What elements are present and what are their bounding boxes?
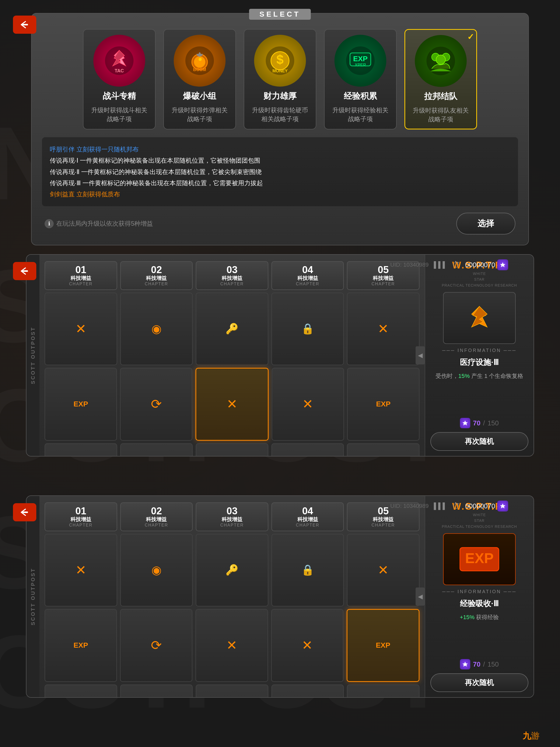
card-desc-money: 升级时获得齿轮硬币相关战略子项 — [249, 106, 311, 123]
skill-cell-3-1-1[interactable]: ✕ — [45, 534, 117, 607]
skill-cell-2-2-2[interactable]: ⟳ — [120, 368, 192, 441]
svg-text:$: $ — [276, 52, 284, 67]
skill-cell-3-3-4[interactable]: ⟳ — [271, 685, 344, 698]
cost-icon-2 — [460, 418, 470, 428]
currency-amount-2: 00000070 — [465, 261, 495, 269]
card-money[interactable]: $ MONEY 财力雄厚 升级时获得齿轮硬币相关战略子项 — [244, 29, 316, 129]
cost-row-2: 70 / 150 — [460, 418, 499, 428]
currency-icon-2 — [497, 259, 508, 270]
skill-cell-3-2-4[interactable]: ✕ — [271, 609, 344, 682]
skill-cell-3-1-3[interactable]: 🔑 — [196, 534, 268, 607]
select-button[interactable]: 选择 — [456, 213, 515, 234]
skill-cell-3-1-5[interactable]: ✕ — [347, 534, 420, 607]
reroll-button-2[interactable]: 再次随机 — [430, 432, 528, 451]
panel1-bottom-bar: ℹ 在玩法局内升级以依次获得5种增益 选择 — [42, 213, 518, 234]
skill-cell-3-3-2[interactable]: ⟳ — [120, 685, 193, 698]
skill-cell-2-2-1[interactable]: EXP — [45, 368, 117, 441]
svg-text:TAC: TAC — [114, 68, 124, 73]
grid-area-2: 01 科技增益 CHAPTER 02 科技增益 CHAPTER 03 科技增益 … — [39, 255, 425, 456]
skill-cell-3-2-3[interactable]: ✕ — [195, 609, 268, 682]
svg-marker-21 — [500, 262, 505, 267]
svg-rect-23 — [21, 270, 28, 272]
card-icon-combat: TAC — [93, 35, 145, 87]
card-desc-exp: 升级时获得经验相关战略子项 — [330, 106, 391, 123]
card-name-exp: 经验积累 — [344, 91, 377, 102]
skill-cell-3-3-1[interactable]: ✕ — [45, 685, 117, 698]
card-combat[interactable]: TAC 战斗专精 升级时获得战斗相关战略子项 — [83, 29, 156, 129]
skill-row-2-2: EXP ⟳ ✕ ✕ EXP — [45, 368, 420, 441]
benefit-4: 传说再现·Ⅲ 一件黄框标记的神秘装备出现在本层随机位置，它需要被用力拔起 — [50, 177, 510, 188]
side-arrow-2[interactable]: ◀ — [416, 346, 425, 364]
skill-name-3: 经验吸收·Ⅲ — [460, 598, 499, 609]
skill-cell-2-1-5[interactable]: ✕ — [347, 292, 420, 365]
skill-desc-3: +15% 获得经验 — [460, 613, 499, 621]
card-name-bomb: 爆破小组 — [183, 91, 216, 102]
skill-cell-2-2-4[interactable]: ✕ — [272, 368, 344, 441]
skill-cell-3-3-5[interactable]: ✕ — [347, 685, 420, 698]
card-name-team: 拉邦结队 — [424, 91, 457, 102]
skill-desc-2: 受伤时，15% 产生 1 个生命恢复格 — [435, 372, 524, 380]
skill-cell-2-2-5[interactable]: EXP — [347, 368, 420, 441]
card-name-combat: 战斗专精 — [103, 91, 136, 102]
skill-name-2: 医疗设施·Ⅲ — [460, 357, 499, 368]
selection-panel: SELECT TAC 战斗专精 升级时获得战斗相关战略子项 — [31, 13, 529, 246]
upgrade-panel-2: SCOTT OUTPOST 01 科技增益 CHAPTER 02 科技增益 CH… — [26, 254, 534, 457]
uid-display-2: UID: 10340989 — [390, 261, 429, 268]
skill-rows-2: ✕ ◉ 🔑 🔒 ✕ EXP — [45, 292, 420, 457]
card-name-money: 财力雄厚 — [263, 91, 297, 102]
skill-row-3-3: ✕ ⟳ ⟳ ⟳ ✕ — [45, 685, 420, 698]
skill-cell-3-2-2[interactable]: ⟳ — [120, 609, 192, 682]
skill-cell-2-3-4[interactable]: ⟳ — [271, 443, 344, 457]
chapter-header-2-3: 03 科技增益 CHAPTER — [196, 261, 268, 290]
benefit-5: 剑剑益直 立刻获得低质布 — [50, 188, 510, 200]
chapter-header-3-2: 02 科技增益 CHAPTER — [120, 503, 193, 531]
timer-icon-3: ⏱ — [452, 501, 460, 511]
skill-cell-2-1-2[interactable]: ◉ — [120, 292, 193, 365]
skill-cell-2-1-4[interactable]: 🔒 — [271, 292, 344, 365]
timer-icon-2: ⏱ — [452, 260, 460, 269]
skill-cell-3-1-2[interactable]: ◉ — [120, 534, 193, 607]
info-label-2: ─── INFORMATION ─── — [442, 348, 516, 353]
skill-cell-2-1-1[interactable]: ✕ — [45, 292, 117, 365]
skill-row-2-1: ✕ ◉ 🔑 🔒 ✕ — [45, 292, 420, 365]
svg-point-20 — [436, 55, 446, 64]
skill-cell-3-2-5[interactable]: EXP — [347, 609, 420, 682]
svg-rect-1 — [21, 24, 28, 25]
back-button-1[interactable] — [13, 16, 36, 34]
card-icon-exp: EXP XPER — [335, 35, 386, 87]
cost-row-3: 70 / 150 — [460, 659, 499, 669]
signal-icon-2: ▌▌▌ — [434, 261, 447, 268]
benefits-section: 呼朋引伴 立刻获得一只随机邦布 传说再现·Ⅰ 一件黄框标记的神秘装备出现在本层随… — [42, 137, 518, 206]
side-arrow-3[interactable]: ◀ — [416, 588, 425, 606]
card-bomb[interactable]: BOOM 爆破小组 升级时获得炸弹相关战略子项 — [163, 29, 236, 129]
skill-cell-2-3-2[interactable]: ⟳ — [120, 443, 193, 457]
card-team[interactable]: 拉邦结队 升级时获得队友相关战略子项 — [404, 29, 477, 129]
card-exp[interactable]: EXP XPER 经验积累 升级时获得经验相关战略子项 — [324, 29, 397, 129]
chapter-header-2-2: 02 科技增益 CHAPTER — [120, 261, 193, 290]
nineyou-logo: 九游 — [523, 730, 539, 742]
skill-cell-2-2-3[interactable]: ✕ — [195, 368, 268, 441]
vertical-label-2: SCOTT OUTPOST — [26, 255, 39, 456]
svg-text:MONEY: MONEY — [272, 69, 288, 73]
skill-cell-2-3-3[interactable]: ⟳ — [196, 443, 268, 457]
svg-text:XPER: XPER — [355, 63, 366, 67]
cost-icon-3 — [460, 659, 470, 669]
skill-cell-2-1-3[interactable]: 🔑 — [196, 292, 268, 365]
panel1-title: SELECT — [249, 9, 311, 20]
back-button-3[interactable] — [13, 503, 36, 521]
reroll-button-3[interactable]: 再次随机 — [430, 673, 528, 692]
card-desc-team: 升级时获得队友相关战略子项 — [410, 106, 471, 124]
chapter-headers-2: 01 科技增益 CHAPTER 02 科技增益 CHAPTER 03 科技增益 … — [45, 261, 420, 290]
chapter-header-3-1: 01 科技增益 CHAPTER — [45, 503, 117, 531]
skill-cell-2-3-1[interactable]: ✕ — [45, 443, 117, 457]
skill-cell-3-3-3[interactable]: ⟳ — [196, 685, 268, 698]
svg-text:EXP: EXP — [465, 550, 494, 566]
card-icon-money: $ MONEY — [254, 35, 306, 87]
skill-cell-3-2-1[interactable]: EXP — [45, 609, 117, 682]
skill-cell-2-3-5[interactable]: ✕ — [347, 443, 420, 457]
skill-cell-3-1-4[interactable]: 🔒 — [271, 534, 344, 607]
back-button-2[interactable] — [13, 262, 36, 280]
chapter-header-3-3: 03 科技增益 CHAPTER — [196, 503, 268, 531]
svg-text:EXP: EXP — [353, 55, 368, 63]
skill-rows-3: ✕ ◉ 🔑 🔒 ✕ EXP — [45, 534, 420, 698]
